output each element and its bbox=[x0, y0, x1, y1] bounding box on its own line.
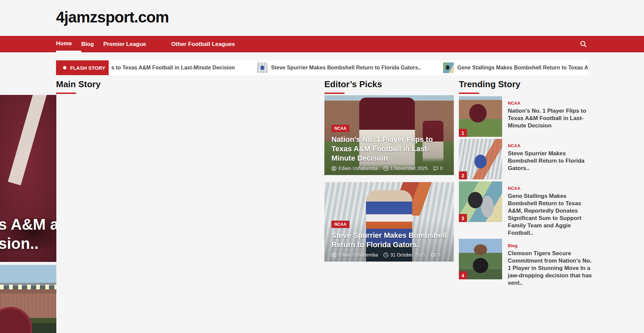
ticker-item[interactable]: Gene Stallings Makes Bombshell Return to… bbox=[443, 62, 588, 73]
comments-icon bbox=[431, 253, 436, 258]
main-story-slide[interactable] bbox=[0, 265, 56, 333]
clock-icon bbox=[383, 166, 388, 171]
slide-title-line: sion.. bbox=[0, 234, 56, 253]
comments-icon bbox=[433, 166, 438, 171]
editors-picks-heading: Editor’s Picks bbox=[324, 79, 382, 94]
ticker-headline[interactable]: Steve Spurrier Makes Bombshell Return to… bbox=[271, 65, 421, 71]
nav-item-home[interactable]: Home bbox=[56, 36, 81, 52]
trending-item[interactable]: 4 Blog Clemson Tigers Secure Commitment … bbox=[459, 239, 593, 287]
heading-underline bbox=[459, 93, 479, 94]
trending-story-heading: Trending Story bbox=[459, 79, 520, 94]
trending-text: Blog Clemson Tigers Secure Commitment fr… bbox=[508, 239, 593, 287]
article-meta: Edwin Ushahemba 31 October 2025 bbox=[331, 252, 447, 258]
trending-thumbnail[interactable]: 2 bbox=[459, 139, 502, 179]
editors-pick-card[interactable]: NCAA Steve Spurrier Makes Bombshell Retu… bbox=[324, 182, 454, 262]
trending-title[interactable]: Steve Spurrier Makes Bombshell Return to… bbox=[508, 150, 593, 172]
comments-meta: 0 bbox=[433, 166, 443, 171]
ticker-item[interactable]: Steve Spurrier Makes Bombshell Return to… bbox=[257, 62, 421, 73]
rank-badge: 1 bbox=[459, 129, 467, 137]
slide-title-line: s A&M as bbox=[0, 215, 56, 234]
trending-text: NCAA Steve Spurrier Makes Bombshell Retu… bbox=[508, 139, 593, 179]
comments-count: 0 bbox=[438, 252, 440, 258]
page: 4jamzsport.com Home Blog Premier League … bbox=[0, 0, 644, 333]
search-button[interactable] bbox=[578, 40, 589, 49]
publish-date: 31 October 2025 bbox=[390, 252, 425, 258]
nav-item-other-football-leagues[interactable]: Other Football Leagues bbox=[171, 36, 245, 52]
site-title[interactable]: 4jamzsport.com bbox=[56, 8, 169, 26]
trending-item[interactable]: 2 NCAA Steve Spurrier Makes Bombshell Re… bbox=[459, 139, 593, 179]
ticker-thumbnail bbox=[257, 62, 268, 73]
publish-date: 1 November 2025 bbox=[390, 166, 428, 171]
date-meta: 31 October 2025 bbox=[383, 252, 425, 258]
trending-text: NCAA Nation’s No. 1 Player Flips to Texa… bbox=[508, 96, 593, 137]
flash-story-bar: FLASH STORY s to Texas A&M Football in L… bbox=[56, 60, 588, 75]
trending-category[interactable]: Blog bbox=[508, 243, 593, 248]
trending-category[interactable]: NCAA bbox=[508, 143, 593, 148]
trending-item[interactable]: 3 NCAA Gene Stallings Makes Bombshell Re… bbox=[459, 181, 593, 237]
category-badge[interactable]: NCAA bbox=[331, 125, 350, 132]
date-meta: 1 November 2025 bbox=[383, 166, 428, 171]
main-story-heading-text: Main Story bbox=[56, 79, 101, 89]
category-badge[interactable]: NCAA bbox=[331, 221, 350, 228]
trending-thumbnail[interactable]: 4 bbox=[459, 239, 502, 279]
comments-count: 0 bbox=[440, 166, 443, 171]
article-title[interactable]: Steve Spurrier Makes Bombshell Return to… bbox=[331, 231, 447, 249]
ticker-thumbnail bbox=[443, 62, 454, 73]
flash-dot-icon bbox=[63, 66, 66, 69]
heading-underline bbox=[56, 93, 76, 94]
nav-item-blog[interactable]: Blog bbox=[81, 36, 103, 52]
ticker-headline[interactable]: Gene Stallings Makes Bombshell Return to… bbox=[457, 65, 588, 71]
trending-list: 1 NCAA Nation’s No. 1 Player Flips to Te… bbox=[459, 96, 593, 289]
author-icon bbox=[331, 166, 336, 171]
main-story-slide[interactable]: s A&M as sion.. bbox=[0, 95, 56, 262]
main-nav: Home Blog Premier League Other Football … bbox=[0, 36, 644, 52]
search-icon bbox=[579, 40, 587, 49]
nav-item-premier-league[interactable]: Premier League bbox=[103, 36, 156, 52]
trending-text: NCAA Gene Stallings Makes Bombshell Retu… bbox=[508, 181, 593, 237]
article-title[interactable]: Nation’s No. 1 Player Flips to Texas A&M… bbox=[331, 135, 447, 163]
author-name: Edwin Ushahemba bbox=[338, 252, 378, 258]
rank-badge: 2 bbox=[459, 171, 467, 179]
flash-story-text: FLASH STORY bbox=[70, 65, 105, 71]
trending-title[interactable]: Gene Stallings Makes Bombshell Return to… bbox=[508, 192, 593, 237]
flash-story-label: FLASH STORY bbox=[56, 60, 109, 75]
card-overlay: NCAA Steve Spurrier Makes Bombshell Retu… bbox=[324, 221, 454, 262]
ticker-item[interactable]: s to Texas A&M Football in Last-Minute D… bbox=[111, 65, 235, 71]
comments-meta: 0 bbox=[431, 252, 440, 258]
nav-list: Home Blog Premier League Other Football … bbox=[56, 36, 244, 52]
ticker-track: s to Texas A&M Football in Last-Minute D… bbox=[111, 60, 588, 75]
trending-title[interactable]: Clemson Tigers Secure Commitment from Na… bbox=[508, 250, 593, 287]
trending-thumbnail[interactable]: 3 bbox=[459, 181, 502, 222]
author-meta: Edwin Ushahemba bbox=[331, 252, 378, 258]
card-overlay: NCAA Nation’s No. 1 Player Flips to Texa… bbox=[324, 125, 454, 175]
author-icon bbox=[331, 253, 336, 258]
trending-category[interactable]: NCAA bbox=[508, 101, 593, 106]
heading-underline bbox=[324, 93, 344, 94]
trending-item[interactable]: 1 NCAA Nation’s No. 1 Player Flips to Te… bbox=[459, 96, 593, 137]
article-meta: Edwin Ushahemba 1 November 2025 bbox=[331, 166, 447, 171]
author-name: Edwin Ushahemba bbox=[338, 166, 378, 171]
editors-picks-heading-text: Editor’s Picks bbox=[324, 79, 382, 89]
editors-pick-card[interactable]: NCAA Nation’s No. 1 Player Flips to Texa… bbox=[324, 95, 454, 175]
author-meta: Edwin Ushahemba bbox=[331, 166, 378, 171]
rank-badge: 3 bbox=[459, 214, 467, 222]
trending-story-heading-text: Trending Story bbox=[459, 79, 520, 89]
trending-title[interactable]: Nation’s No. 1 Player Flips to Texas A&M… bbox=[508, 107, 593, 129]
clock-icon bbox=[383, 253, 388, 258]
slide-title-fragment: s A&M as sion.. bbox=[0, 215, 56, 253]
trending-category[interactable]: NCAA bbox=[508, 186, 593, 191]
trending-thumbnail[interactable]: 1 bbox=[459, 96, 502, 137]
ticker-headline[interactable]: s to Texas A&M Football in Last-Minute D… bbox=[111, 65, 235, 71]
slide-image-detail bbox=[8, 95, 48, 185]
rank-badge: 4 bbox=[459, 271, 467, 279]
main-story-heading: Main Story bbox=[56, 79, 101, 94]
slide-image-detail bbox=[0, 285, 56, 289]
